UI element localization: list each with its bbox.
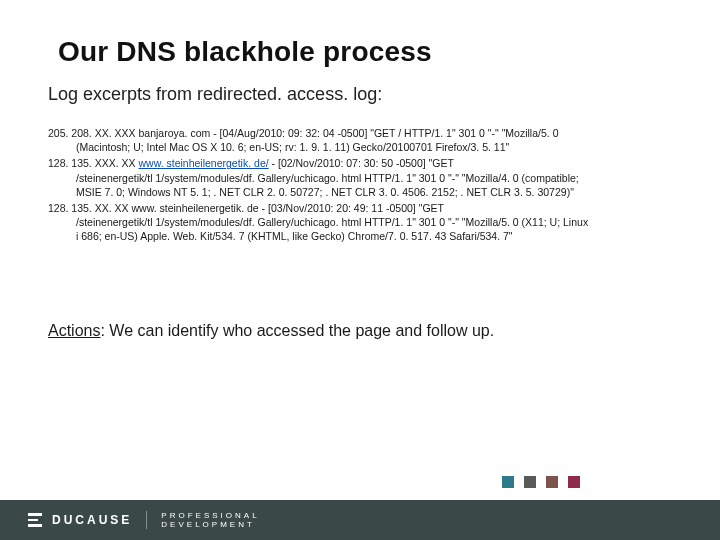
subbrand-line: DEVELOPMENT	[161, 520, 259, 529]
accent-square-icon	[502, 476, 514, 488]
educause-logo: DUCAUSE	[28, 513, 132, 527]
log-text: /steinenergetik/tl 1/system/modules/df. …	[48, 216, 588, 228]
log-text: (Macintosh; U; Intel Mac OS X 10. 6; en-…	[48, 141, 509, 153]
log-text: 128. 135. XX. XX www. steinheilenergetik…	[48, 202, 444, 214]
log-text: - [02/Nov/2010: 07: 30: 50 -0500] "GET	[269, 157, 454, 169]
log-text: 128. 135. XXX. XX	[48, 157, 138, 169]
log-text: i 686; en-US) Apple. Web. Kit/534. 7 (KH…	[48, 230, 513, 242]
slide: Our DNS blackhole process Log excerpts f…	[0, 0, 720, 540]
educause-e-icon	[28, 513, 42, 527]
log-entry: 205. 208. XX. XXX banjaroya. com - [04/A…	[48, 126, 672, 154]
log-text: 205. 208. XX. XXX banjaroya. com - [04/A…	[48, 127, 558, 139]
slide-title: Our DNS blackhole process	[58, 36, 432, 68]
subbrand-line: PROFESSIONAL	[161, 511, 259, 520]
log-text: MSIE 7. 0; Windows NT 5. 1; . NET CLR 2.…	[48, 186, 574, 198]
footer-bar: DUCAUSE PROFESSIONAL DEVELOPMENT	[0, 500, 720, 540]
actions-label: Actions	[48, 322, 100, 339]
brand-text: DUCAUSE	[52, 513, 132, 527]
divider	[146, 511, 147, 529]
accent-square-icon	[568, 476, 580, 488]
log-text: /steinenergetik/tl 1/system/modules/df. …	[48, 172, 579, 184]
subbrand: PROFESSIONAL DEVELOPMENT	[161, 511, 259, 529]
accent-square-icon	[524, 476, 536, 488]
actions-text: : We can identify who accessed the page …	[100, 322, 494, 339]
accent-squares	[502, 476, 580, 488]
log-entry: 128. 135. XX. XX www. steinheilenergetik…	[48, 201, 672, 244]
actions-line: Actions: We can identify who accessed th…	[48, 322, 494, 340]
log-link[interactable]: www. steinheilenergetik. de/	[138, 157, 268, 169]
log-excerpts: 205. 208. XX. XXX banjaroya. com - [04/A…	[48, 126, 672, 245]
log-entry: 128. 135. XXX. XX www. steinheilenergeti…	[48, 156, 672, 199]
slide-subtitle: Log excerpts from redirected. access. lo…	[48, 84, 382, 105]
accent-square-icon	[546, 476, 558, 488]
